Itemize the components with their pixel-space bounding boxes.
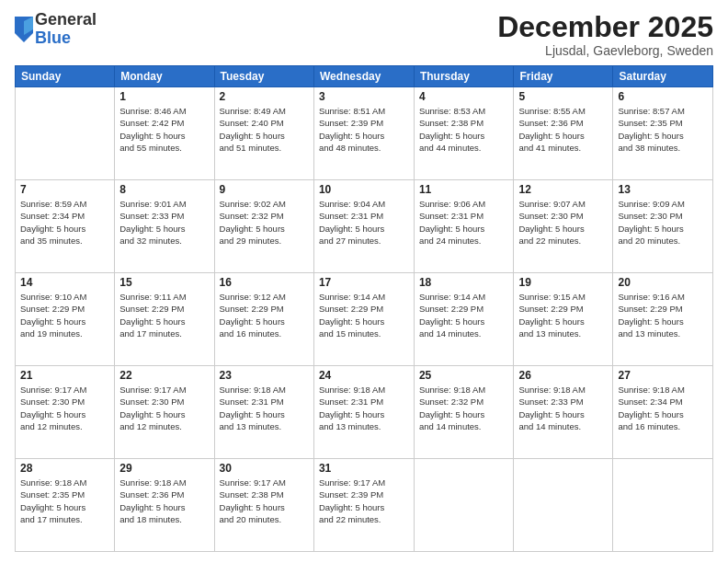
calendar-header: SundayMondayTuesdayWednesdayThursdayFrid… xyxy=(16,66,713,87)
day-info: Sunrise: 9:18 AM Sunset: 2:31 PM Dayligh… xyxy=(220,384,309,432)
weekday-header: Wednesday xyxy=(313,66,414,87)
day-info: Sunrise: 9:18 AM Sunset: 2:34 PM Dayligh… xyxy=(618,384,708,432)
day-number: 9 xyxy=(220,183,309,196)
day-number: 20 xyxy=(618,276,708,289)
day-number: 15 xyxy=(119,276,209,289)
day-info: Sunrise: 9:15 AM Sunset: 2:29 PM Dayligh… xyxy=(518,291,608,339)
calendar-cell: 22Sunrise: 9:17 AM Sunset: 2:30 PM Dayli… xyxy=(115,366,214,459)
calendar-cell: 1Sunrise: 8:46 AM Sunset: 2:42 PM Daylig… xyxy=(115,87,214,180)
calendar-cell: 23Sunrise: 9:18 AM Sunset: 2:31 PM Dayli… xyxy=(214,366,313,459)
day-number: 17 xyxy=(319,276,409,289)
day-number: 26 xyxy=(518,369,608,382)
calendar-cell: 20Sunrise: 9:16 AM Sunset: 2:29 PM Dayli… xyxy=(613,273,713,366)
header: General Blue December 2025 Ljusdal, Gaev… xyxy=(15,11,713,58)
calendar-cell: 9Sunrise: 9:02 AM Sunset: 2:32 PM Daylig… xyxy=(214,180,313,273)
calendar-week-row: 14Sunrise: 9:10 AM Sunset: 2:29 PM Dayli… xyxy=(16,273,713,366)
logo-icon xyxy=(15,17,33,42)
calendar-cell: 21Sunrise: 9:17 AM Sunset: 2:30 PM Dayli… xyxy=(16,366,115,459)
day-number: 7 xyxy=(20,183,109,196)
calendar-cell xyxy=(414,459,514,552)
day-number: 3 xyxy=(319,90,409,103)
day-info: Sunrise: 9:04 AM Sunset: 2:31 PM Dayligh… xyxy=(319,198,409,247)
day-info: Sunrise: 9:09 AM Sunset: 2:30 PM Dayligh… xyxy=(618,198,708,247)
calendar-body: 1Sunrise: 8:46 AM Sunset: 2:42 PM Daylig… xyxy=(16,87,713,552)
calendar-cell: 11Sunrise: 9:06 AM Sunset: 2:31 PM Dayli… xyxy=(414,180,514,273)
calendar-week-row: 7Sunrise: 8:59 AM Sunset: 2:34 PM Daylig… xyxy=(16,180,713,273)
day-number: 21 xyxy=(20,369,109,382)
day-number: 8 xyxy=(119,183,209,196)
day-info: Sunrise: 9:16 AM Sunset: 2:29 PM Dayligh… xyxy=(618,291,708,339)
day-number: 18 xyxy=(419,276,509,289)
day-number: 16 xyxy=(220,276,309,289)
calendar-week-row: 1Sunrise: 8:46 AM Sunset: 2:42 PM Daylig… xyxy=(16,87,713,180)
calendar-cell: 10Sunrise: 9:04 AM Sunset: 2:31 PM Dayli… xyxy=(313,180,414,273)
calendar-cell xyxy=(613,459,713,552)
calendar-cell: 24Sunrise: 9:18 AM Sunset: 2:31 PM Dayli… xyxy=(313,366,414,459)
day-info: Sunrise: 9:01 AM Sunset: 2:33 PM Dayligh… xyxy=(119,198,209,247)
day-number: 2 xyxy=(220,90,309,103)
day-number: 6 xyxy=(618,90,708,103)
weekday-header: Monday xyxy=(115,66,214,87)
calendar-cell: 3Sunrise: 8:51 AM Sunset: 2:39 PM Daylig… xyxy=(313,87,414,180)
calendar-cell xyxy=(514,459,613,552)
day-info: Sunrise: 8:59 AM Sunset: 2:34 PM Dayligh… xyxy=(20,198,109,247)
day-number: 1 xyxy=(119,90,209,103)
month-title: December 2025 xyxy=(497,11,713,43)
day-number: 28 xyxy=(20,462,109,475)
calendar-cell: 13Sunrise: 9:09 AM Sunset: 2:30 PM Dayli… xyxy=(613,180,713,273)
day-info: Sunrise: 9:18 AM Sunset: 2:35 PM Dayligh… xyxy=(20,477,109,525)
calendar-cell: 31Sunrise: 9:17 AM Sunset: 2:39 PM Dayli… xyxy=(313,459,414,552)
calendar-cell: 12Sunrise: 9:07 AM Sunset: 2:30 PM Dayli… xyxy=(514,180,613,273)
calendar-cell: 26Sunrise: 9:18 AM Sunset: 2:33 PM Dayli… xyxy=(514,366,613,459)
day-number: 5 xyxy=(518,90,608,103)
page: General Blue December 2025 Ljusdal, Gaev… xyxy=(0,0,728,563)
calendar-cell: 5Sunrise: 8:55 AM Sunset: 2:36 PM Daylig… xyxy=(514,87,613,180)
location: Ljusdal, Gaevleborg, Sweden xyxy=(497,43,713,58)
day-info: Sunrise: 9:17 AM Sunset: 2:30 PM Dayligh… xyxy=(119,384,209,432)
weekday-header: Friday xyxy=(514,66,613,87)
calendar-cell: 28Sunrise: 9:18 AM Sunset: 2:35 PM Dayli… xyxy=(16,459,115,552)
day-number: 29 xyxy=(119,462,209,475)
calendar-cell: 16Sunrise: 9:12 AM Sunset: 2:29 PM Dayli… xyxy=(214,273,313,366)
day-info: Sunrise: 9:17 AM Sunset: 2:38 PM Dayligh… xyxy=(220,477,309,525)
day-info: Sunrise: 9:14 AM Sunset: 2:29 PM Dayligh… xyxy=(319,291,409,339)
calendar-cell: 4Sunrise: 8:53 AM Sunset: 2:38 PM Daylig… xyxy=(414,87,514,180)
calendar-cell: 30Sunrise: 9:17 AM Sunset: 2:38 PM Dayli… xyxy=(214,459,313,552)
day-number: 23 xyxy=(220,369,309,382)
weekday-header: Sunday xyxy=(16,66,115,87)
day-info: Sunrise: 9:11 AM Sunset: 2:29 PM Dayligh… xyxy=(119,291,209,339)
day-info: Sunrise: 9:17 AM Sunset: 2:30 PM Dayligh… xyxy=(20,384,109,432)
day-number: 13 xyxy=(618,183,708,196)
calendar-cell: 6Sunrise: 8:57 AM Sunset: 2:35 PM Daylig… xyxy=(613,87,713,180)
day-number: 14 xyxy=(20,276,109,289)
calendar-cell: 2Sunrise: 8:49 AM Sunset: 2:40 PM Daylig… xyxy=(214,87,313,180)
calendar: SundayMondayTuesdayWednesdayThursdayFrid… xyxy=(15,65,713,552)
day-info: Sunrise: 8:53 AM Sunset: 2:38 PM Dayligh… xyxy=(419,105,509,154)
calendar-week-row: 21Sunrise: 9:17 AM Sunset: 2:30 PM Dayli… xyxy=(16,366,713,459)
calendar-cell: 18Sunrise: 9:14 AM Sunset: 2:29 PM Dayli… xyxy=(414,273,514,366)
calendar-cell: 14Sunrise: 9:10 AM Sunset: 2:29 PM Dayli… xyxy=(16,273,115,366)
day-info: Sunrise: 9:02 AM Sunset: 2:32 PM Dayligh… xyxy=(220,198,309,247)
day-number: 10 xyxy=(319,183,409,196)
weekday-header: Thursday xyxy=(414,66,514,87)
day-info: Sunrise: 8:55 AM Sunset: 2:36 PM Dayligh… xyxy=(518,105,608,154)
day-number: 12 xyxy=(518,183,608,196)
calendar-cell: 27Sunrise: 9:18 AM Sunset: 2:34 PM Dayli… xyxy=(613,366,713,459)
calendar-week-row: 28Sunrise: 9:18 AM Sunset: 2:35 PM Dayli… xyxy=(16,459,713,552)
calendar-cell: 25Sunrise: 9:18 AM Sunset: 2:32 PM Dayli… xyxy=(414,366,514,459)
day-number: 11 xyxy=(419,183,509,196)
day-info: Sunrise: 9:14 AM Sunset: 2:29 PM Dayligh… xyxy=(419,291,509,339)
calendar-cell: 15Sunrise: 9:11 AM Sunset: 2:29 PM Dayli… xyxy=(115,273,214,366)
weekday-header: Saturday xyxy=(613,66,713,87)
day-number: 30 xyxy=(220,462,309,475)
calendar-cell xyxy=(16,87,115,180)
day-info: Sunrise: 8:51 AM Sunset: 2:39 PM Dayligh… xyxy=(319,105,409,154)
calendar-cell: 29Sunrise: 9:18 AM Sunset: 2:36 PM Dayli… xyxy=(115,459,214,552)
logo-text: General Blue xyxy=(35,11,97,48)
day-info: Sunrise: 9:18 AM Sunset: 2:33 PM Dayligh… xyxy=(518,384,608,432)
day-info: Sunrise: 9:18 AM Sunset: 2:32 PM Dayligh… xyxy=(419,384,509,432)
day-info: Sunrise: 8:46 AM Sunset: 2:42 PM Dayligh… xyxy=(119,105,209,154)
day-info: Sunrise: 9:18 AM Sunset: 2:31 PM Dayligh… xyxy=(319,384,409,432)
calendar-cell: 7Sunrise: 8:59 AM Sunset: 2:34 PM Daylig… xyxy=(16,180,115,273)
calendar-cell: 17Sunrise: 9:14 AM Sunset: 2:29 PM Dayli… xyxy=(313,273,414,366)
